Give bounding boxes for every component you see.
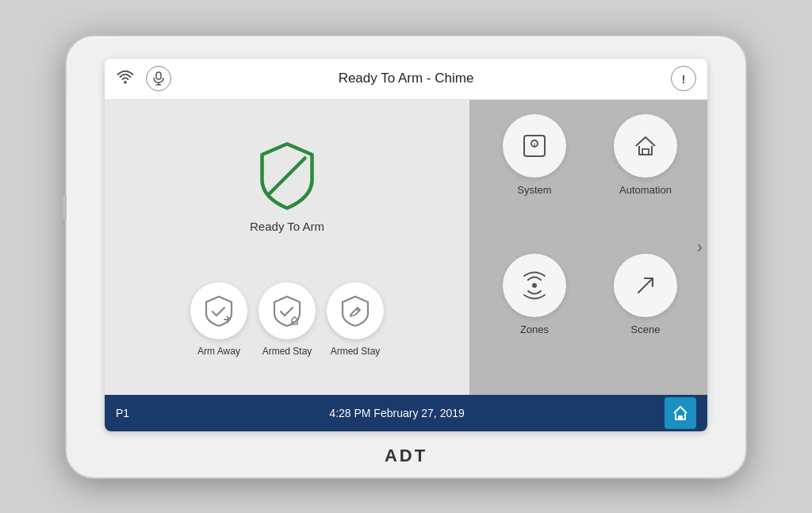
svg-point-12 <box>532 283 537 288</box>
home-button[interactable] <box>665 397 696 429</box>
status-label: Ready To Arm <box>250 220 324 233</box>
armed-stay-1-label: Armed Stay <box>262 346 312 357</box>
armed-stay-2-label: Armed Stay <box>331 346 381 357</box>
armed-stay-2-button[interactable]: Armed Stay <box>327 282 384 357</box>
screen: Ready To Arm - Chime ! R <box>105 59 707 431</box>
svg-rect-1 <box>156 72 161 79</box>
arm-buttons-row: Arm Away Arme <box>190 282 384 357</box>
shield-status-icon <box>251 140 323 212</box>
svg-line-5 <box>270 158 305 193</box>
armed-stay-2-circle <box>327 282 384 339</box>
scene-label: Scene <box>631 323 661 335</box>
arm-away-button[interactable]: Arm Away <box>190 282 247 357</box>
mic-button[interactable] <box>146 66 171 91</box>
wifi-icon <box>116 69 135 89</box>
scene-button[interactable]: Scene <box>596 254 695 381</box>
header-title: Ready To Arm - Chime <box>261 71 551 86</box>
scene-circle <box>614 254 677 317</box>
device-frame: Ready To Arm - Chime ! R <box>65 35 747 479</box>
brand-logo: ADT <box>385 446 427 466</box>
zones-circle <box>503 254 566 317</box>
side-button[interactable] <box>63 195 67 219</box>
armed-stay-1-circle <box>259 282 316 339</box>
right-panel: i System <box>469 100 707 395</box>
armed-stay-1-button[interactable]: Armed Stay <box>259 282 316 357</box>
header-bar: Ready To Arm - Chime ! <box>105 59 707 100</box>
home-icon <box>672 405 689 421</box>
automation-button[interactable]: Automation <box>596 114 695 241</box>
system-circle: i <box>503 114 566 178</box>
svg-rect-11 <box>642 149 649 155</box>
partition-label: P1 <box>116 407 129 419</box>
right-grid: i System <box>485 114 695 381</box>
alert-button[interactable]: ! <box>671 66 696 91</box>
automation-circle <box>614 114 677 178</box>
svg-text:i: i <box>534 141 535 148</box>
header-right: ! <box>551 66 696 91</box>
svg-point-0 <box>124 81 127 84</box>
zones-button[interactable]: Zones <box>485 254 584 381</box>
main-content: Ready To Arm Arm Away <box>105 100 707 395</box>
system-button[interactable]: i System <box>485 114 584 241</box>
arm-away-circle <box>190 282 247 339</box>
arm-away-label: Arm Away <box>197 346 240 357</box>
system-label: System <box>517 184 551 196</box>
automation-label: Automation <box>619 184 672 196</box>
svg-text:!: ! <box>682 72 686 86</box>
datetime-label: 4:28 PM February 27, 2019 <box>129 407 665 419</box>
arm-status-area: Ready To Arm <box>250 140 324 233</box>
chevron-right-icon[interactable]: › <box>697 237 703 258</box>
left-panel: Ready To Arm Arm Away <box>105 100 469 395</box>
header-left <box>116 66 261 91</box>
footer-bar: P1 4:28 PM February 27, 2019 <box>105 395 707 431</box>
zones-label: Zones <box>520 323 549 335</box>
svg-rect-13 <box>678 415 683 419</box>
